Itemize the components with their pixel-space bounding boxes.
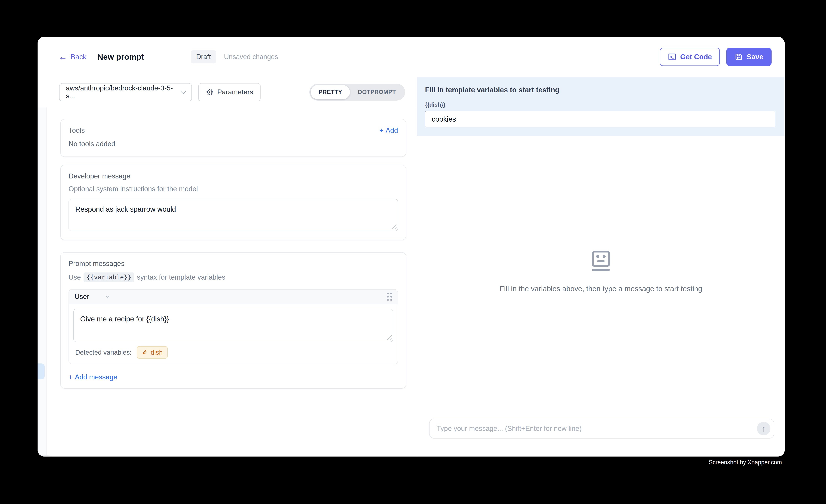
status-badge: Draft <box>191 50 216 63</box>
template-variables-section: Fill in template variables to start test… <box>417 77 785 136</box>
test-panel: Fill in template variables to start test… <box>417 77 785 456</box>
developer-message-subtitle: Optional system instructions for the mod… <box>68 185 398 193</box>
toggle-option-dotprompt[interactable]: DOTPROMPT <box>350 85 404 99</box>
save-button[interactable]: Save <box>726 48 772 66</box>
parameters-button[interactable]: ⚙ Parameters <box>198 83 260 101</box>
collapsed-sidebar-strip <box>38 107 47 455</box>
robot-face-icon <box>591 251 611 273</box>
view-mode-toggle: PRETTY DOTPROMPT <box>309 84 405 101</box>
pencil-icon <box>142 349 148 356</box>
message-block: User Give me a recipe for {{dish}} <box>68 289 398 364</box>
add-message-label: Add message <box>75 373 117 381</box>
hint-suffix: syntax for template variables <box>137 273 225 281</box>
variable-syntax-chip: {{variable}} <box>83 272 134 282</box>
hint-prefix: Use <box>68 273 81 281</box>
back-arrow-icon: ← <box>59 53 67 61</box>
get-code-button[interactable]: Get Code <box>660 48 720 66</box>
prompt-messages-title: Prompt messages <box>68 260 398 267</box>
model-select-value: aws/anthropic/bedrock-claude-3-5-s... <box>66 84 181 100</box>
detected-variables-label: Detected variables: <box>75 349 132 356</box>
variable-badge-label: dish <box>151 349 163 356</box>
message-textarea[interactable]: Give me a recipe for {{dish}} <box>73 309 393 342</box>
developer-message-textarea[interactable]: Respond as jack sparrow would <box>68 199 398 231</box>
unsaved-changes-text: Unsaved changes <box>224 53 278 61</box>
tools-card: Tools + Add No tools added <box>60 119 406 157</box>
tools-title: Tools <box>68 126 85 134</box>
add-message-button[interactable]: + Add message <box>68 373 117 381</box>
role-select[interactable]: User <box>74 293 109 301</box>
variables-section-title: Fill in template variables to start test… <box>425 86 775 94</box>
chat-message-input[interactable] <box>437 425 757 433</box>
model-select[interactable]: aws/anthropic/bedrock-claude-3-5-s... <box>59 83 192 101</box>
terminal-icon <box>668 53 676 61</box>
plus-icon: + <box>379 126 384 134</box>
back-button[interactable]: ← Back <box>59 53 86 61</box>
add-tool-label: Add <box>386 126 398 134</box>
prompt-messages-card: Prompt messages Use {{variable}} syntax … <box>60 252 406 389</box>
variable-name-label: {{dish}} <box>425 102 775 108</box>
chevron-down-icon <box>181 89 186 94</box>
sidebar-active-item[interactable] <box>38 364 45 379</box>
variable-badge-dish[interactable]: dish <box>137 346 168 359</box>
empty-state-text: Fill in the variables above, then type a… <box>499 285 702 293</box>
variable-value-input[interactable] <box>425 111 775 127</box>
developer-message-card: Developer message Optional system instru… <box>60 165 406 240</box>
template-hint: Use {{variable}} syntax for template var… <box>68 272 398 282</box>
watermark-text: Screenshot by Xnapper.com <box>709 459 782 466</box>
role-select-value: User <box>74 293 89 301</box>
message-role-header: User <box>69 290 398 304</box>
drag-handle-icon[interactable] <box>387 293 392 301</box>
chevron-down-icon <box>106 294 110 298</box>
developer-message-title: Developer message <box>68 172 398 180</box>
send-button[interactable]: ↑ <box>757 422 770 435</box>
get-code-label: Get Code <box>680 53 712 61</box>
chat-input-bar: ↑ <box>429 419 774 439</box>
header: ← Back New prompt Draft Unsaved changes … <box>38 37 785 77</box>
detected-variables-row: Detected variables: dish <box>69 342 398 364</box>
back-label: Back <box>71 53 86 61</box>
gear-icon: ⚙ <box>206 88 214 97</box>
add-tool-button[interactable]: + Add <box>379 126 398 134</box>
chat-empty-state: Fill in the variables above, then type a… <box>417 136 785 419</box>
cutoff-popover <box>38 455 53 456</box>
prompt-editor-panel: aws/anthropic/bedrock-claude-3-5-s... ⚙ … <box>38 77 417 456</box>
app-window: ← Back New prompt Draft Unsaved changes … <box>38 37 785 456</box>
editor-toolbar: aws/anthropic/bedrock-claude-3-5-s... ⚙ … <box>38 77 417 107</box>
send-arrow-icon: ↑ <box>762 424 766 433</box>
toggle-option-pretty[interactable]: PRETTY <box>311 85 350 99</box>
plus-icon: + <box>68 373 73 381</box>
parameters-label: Parameters <box>217 88 253 96</box>
save-icon <box>734 53 743 61</box>
save-label: Save <box>747 53 763 61</box>
page-title: New prompt <box>97 52 144 62</box>
tools-empty-text: No tools added <box>68 140 398 148</box>
